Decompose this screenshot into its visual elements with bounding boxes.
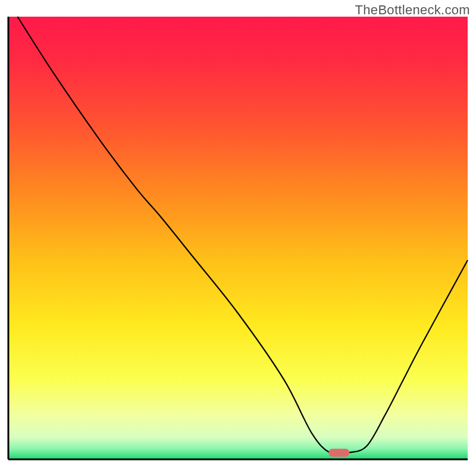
watermark-label: TheBottleneck.com bbox=[355, 2, 470, 18]
optimum-marker bbox=[328, 449, 349, 456]
chart-background bbox=[8, 17, 468, 459]
bottleneck-chart bbox=[0, 0, 476, 476]
